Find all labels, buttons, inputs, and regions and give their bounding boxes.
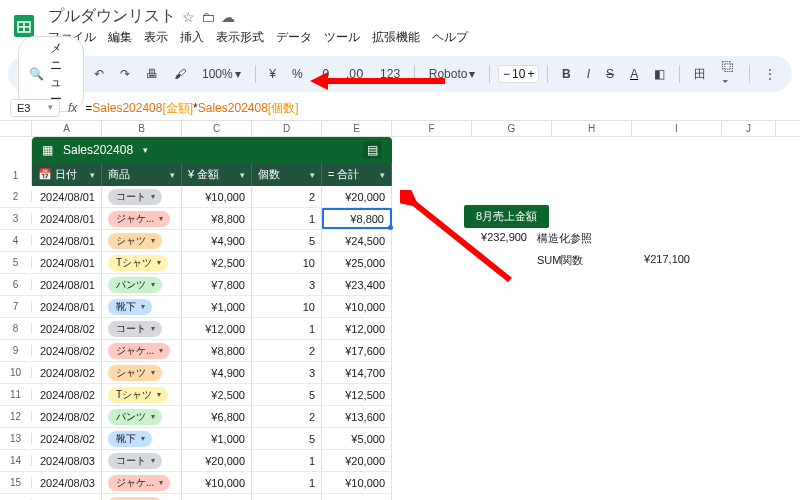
table-row[interactable]: 82024/08/02コート¥12,0001¥12,000 (0, 318, 392, 340)
col-header-F[interactable]: F (392, 121, 472, 136)
summary-label-1[interactable]: 構造化参照 (537, 231, 592, 246)
cell-amount[interactable]: ¥8,800 (182, 340, 252, 361)
menu-表示形式[interactable]: 表示形式 (216, 29, 264, 46)
currency-yen-button[interactable]: ¥ (263, 64, 282, 84)
more-toolbar-icon[interactable]: ⋮ (758, 64, 782, 84)
cell-product[interactable]: パンツ (102, 406, 182, 427)
cell-product[interactable]: ジャケ... (102, 208, 182, 229)
cell-amount[interactable]: ¥10,000 (182, 472, 252, 493)
spreadsheet-grid[interactable]: ABCDEFGHIJ 1 ▦Sales202408▾ ▤ 📅 日付▾商品▾¥ 金… (0, 121, 800, 500)
italic-button[interactable]: I (581, 64, 596, 84)
cell-total[interactable]: ¥24,500 (322, 230, 392, 251)
cell-product[interactable]: 靴下 (102, 428, 182, 449)
name-box[interactable]: E3 ▾ (10, 99, 60, 117)
table-col-個数[interactable]: 個数▾ (252, 163, 322, 186)
table-col-金額[interactable]: ¥ 金額▾ (182, 163, 252, 186)
col-header-H[interactable]: H (552, 121, 632, 136)
cell-qty[interactable]: 5 (252, 230, 322, 251)
cell-date[interactable]: 2024/08/02 (32, 384, 102, 405)
paint-format-button[interactable]: 🖌 (168, 64, 192, 84)
col-header-G[interactable]: G (472, 121, 552, 136)
table-row[interactable]: 72024/08/01靴下¥1,00010¥10,000 (0, 296, 392, 318)
cell-amount[interactable]: ¥7,800 (182, 274, 252, 295)
table-row[interactable]: 52024/08/01Tシャツ¥2,50010¥25,000 (0, 252, 392, 274)
bold-button[interactable]: B (556, 64, 577, 84)
cell-date[interactable]: 2024/08/02 (32, 362, 102, 383)
cell-qty[interactable]: 10 (252, 252, 322, 273)
star-icon[interactable]: ☆ (182, 9, 195, 25)
cell-product[interactable]: シャツ (102, 362, 182, 383)
merge-button[interactable]: ⿻ ▾ (716, 57, 742, 91)
cell-product[interactable]: コート (102, 186, 182, 207)
cell-date[interactable]: 2024/08/01 (32, 186, 102, 207)
formula-input[interactable]: =Sales202408[金額]*Sales202408[個数] (85, 100, 298, 117)
col-header-D[interactable]: D (252, 121, 322, 136)
menu-挿入[interactable]: 挿入 (180, 29, 204, 46)
table-row[interactable]: 92024/08/02ジャケ...¥8,8002¥17,600 (0, 340, 392, 362)
cell-product[interactable]: Tシャツ (102, 252, 182, 273)
redo-button[interactable]: ↷ (114, 64, 136, 84)
col-header-B[interactable]: B (102, 121, 182, 136)
cell-date[interactable]: 2024/08/03 (32, 494, 102, 500)
cell-qty[interactable]: 3 (252, 274, 322, 295)
undo-button[interactable]: ↶ (88, 64, 110, 84)
strike-button[interactable]: S (600, 64, 620, 84)
col-header-C[interactable]: C (182, 121, 252, 136)
cell-qty[interactable]: 3 (252, 362, 322, 383)
cell-total[interactable]: ¥10,000 (322, 472, 392, 493)
table-row[interactable]: 42024/08/01シャツ¥4,9005¥24,500 (0, 230, 392, 252)
table-col-商品[interactable]: 商品▾ (102, 163, 182, 186)
cell-total[interactable]: ¥12,000 (322, 318, 392, 339)
cell-product[interactable]: パンツ (102, 274, 182, 295)
table-row[interactable]: 132024/08/02靴下¥1,0005¥5,000 (0, 428, 392, 450)
menu-ヘルプ[interactable]: ヘルプ (432, 29, 468, 46)
cell-date[interactable]: 2024/08/02 (32, 406, 102, 427)
cell-total[interactable]: ¥15,800 (322, 494, 392, 500)
menu-拡張機能[interactable]: 拡張機能 (372, 29, 420, 46)
table-row[interactable]: 22024/08/01コート¥10,0002¥20,000 (0, 186, 392, 208)
cell-total[interactable]: ¥14,700 (322, 362, 392, 383)
cell-amount[interactable]: ¥4,900 (182, 230, 252, 251)
cell-date[interactable]: 2024/08/03 (32, 450, 102, 471)
cell-date[interactable]: 2024/08/02 (32, 340, 102, 361)
cell-qty[interactable]: 5 (252, 428, 322, 449)
cell-date[interactable]: 2024/08/02 (32, 428, 102, 449)
menu-編集[interactable]: 編集 (108, 29, 132, 46)
col-header-J[interactable]: J (722, 121, 776, 136)
cell-amount[interactable]: ¥7,900 (182, 494, 252, 500)
cell-amount[interactable]: ¥8,800 (182, 208, 252, 229)
print-button[interactable]: 🖶 (140, 64, 164, 84)
table-row[interactable]: 122024/08/02パンツ¥6,8002¥13,600 (0, 406, 392, 428)
cell-total[interactable]: ¥17,600 (322, 340, 392, 361)
col-header-E[interactable]: E (322, 121, 392, 136)
fill-color-button[interactable]: ◧ (648, 64, 671, 84)
cell-product[interactable]: シャツ (102, 230, 182, 251)
cell-product[interactable]: ジャケ... (102, 472, 182, 493)
table-row[interactable]: 62024/08/01パンツ¥7,8003¥23,400 (0, 274, 392, 296)
cell-total[interactable]: ¥25,000 (322, 252, 392, 273)
cell-amount[interactable]: ¥10,000 (182, 186, 252, 207)
cell-total[interactable]: ¥23,400 (322, 274, 392, 295)
cell-total[interactable]: ¥8,800 (322, 208, 392, 229)
cell-amount[interactable]: ¥4,900 (182, 362, 252, 383)
cell-product[interactable]: シャツ (102, 494, 182, 500)
cell-total[interactable]: ¥5,000 (322, 428, 392, 449)
borders-button[interactable]: 田 (688, 63, 712, 86)
cell-qty[interactable]: 10 (252, 296, 322, 317)
cell-qty[interactable]: 2 (252, 186, 322, 207)
cell-qty[interactable]: 5 (252, 384, 322, 405)
summary-value-2[interactable]: ¥217,100 (630, 253, 690, 265)
cell-total[interactable]: ¥20,000 (322, 186, 392, 207)
doc-title[interactable]: プルダウンリスト (48, 6, 176, 27)
cell-qty[interactable]: 1 (252, 318, 322, 339)
cell-date[interactable]: 2024/08/03 (32, 472, 102, 493)
cell-date[interactable]: 2024/08/01 (32, 230, 102, 251)
zoom-select[interactable]: 100% ▾ (196, 64, 247, 84)
cell-amount[interactable]: ¥2,500 (182, 252, 252, 273)
table-row[interactable]: 32024/08/01ジャケ...¥8,8001¥8,800 (0, 208, 392, 230)
cell-amount[interactable]: ¥1,000 (182, 428, 252, 449)
cell-amount[interactable]: ¥1,000 (182, 296, 252, 317)
cell-date[interactable]: 2024/08/01 (32, 208, 102, 229)
cell-total[interactable]: ¥20,000 (322, 450, 392, 471)
cell-product[interactable]: 靴下 (102, 296, 182, 317)
